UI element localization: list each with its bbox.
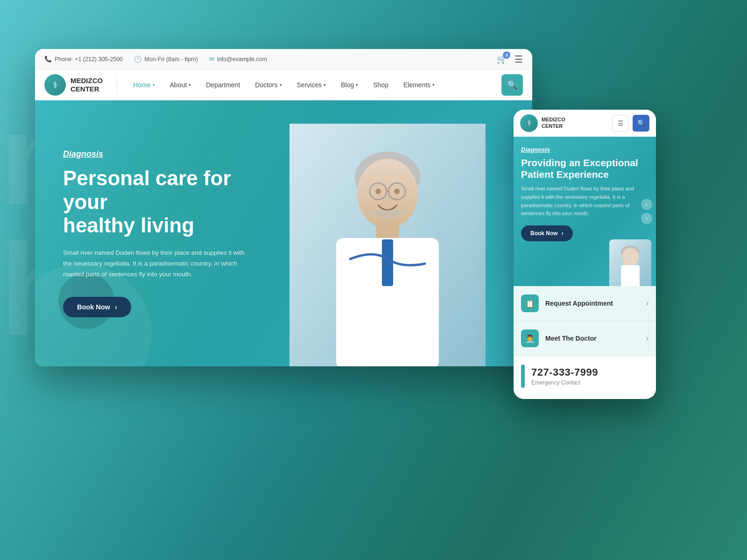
nav-blog-label: Blog bbox=[341, 81, 354, 89]
phone-label: Phone: +1 (212) 305-2500 bbox=[55, 56, 123, 63]
mobile-hero-tag: Diagnosis bbox=[521, 146, 648, 153]
nav-item-department[interactable]: Department bbox=[199, 77, 247, 92]
hero-tag: Diagnosis bbox=[63, 149, 278, 159]
meet-doctor-item[interactable]: 👨‍⚕️ Meet The Doctor › bbox=[514, 321, 656, 356]
mobile-carousel-arrows: ‹ › bbox=[641, 199, 652, 224]
mobile-search-button[interactable]: 🔍 bbox=[633, 115, 649, 132]
svg-point-7 bbox=[394, 189, 400, 194]
hero-doctor-image bbox=[289, 124, 486, 366]
doctor-svg bbox=[289, 124, 486, 366]
emergency-info: 727-333-7999 Emergency Contact bbox=[531, 366, 648, 386]
mobile-logo-line2: CENTER bbox=[542, 123, 565, 129]
logo-line1: MEDIZCO bbox=[70, 77, 103, 85]
meet-doctor-arrow: › bbox=[646, 334, 648, 343]
svg-point-6 bbox=[375, 189, 381, 194]
mobile-header: ⚕ MEDIZCO CENTER ☰ 🔍 bbox=[514, 110, 656, 137]
phone-info: 📞 Phone: +1 (212) 305-2500 bbox=[44, 56, 123, 63]
email-icon: ✉ bbox=[209, 56, 214, 63]
hero-title: Personal care for your healthy living bbox=[63, 167, 278, 238]
svg-rect-14 bbox=[621, 265, 640, 286]
mobile-actions: 📋 Request Appointment › 👨‍⚕️ Meet The Do… bbox=[514, 286, 656, 356]
search-button[interactable]: 🔍 bbox=[501, 74, 523, 96]
mobile-logo-line1: MEDIZCO bbox=[542, 117, 565, 123]
hero-section: Diagnosis Personal care for your healthy… bbox=[35, 100, 532, 366]
nav-elements-label: Elements bbox=[403, 81, 430, 89]
hero-content: Diagnosis Personal care for your healthy… bbox=[35, 149, 306, 317]
search-icon: 🔍 bbox=[507, 80, 517, 90]
mobile-book-btn-arrow: › bbox=[562, 230, 564, 237]
nav-item-home[interactable]: Home ▾ bbox=[127, 77, 161, 92]
top-bar-right: 🛒 3 ☰ bbox=[497, 54, 523, 65]
nav-home-label: Home bbox=[133, 81, 150, 89]
mobile-header-right: ☰ 🔍 bbox=[612, 115, 649, 132]
request-appointment-arrow: › bbox=[646, 299, 648, 308]
desktop-mockup: 📞 Phone: +1 (212) 305-2500 🕐 Mon-Fri (8a… bbox=[35, 49, 532, 366]
hours-info: 🕐 Mon-Fri (8am - 6pm) bbox=[134, 56, 198, 63]
mobile-logo-icon: ⚕ bbox=[520, 114, 538, 132]
mobile-caduceus-icon: ⚕ bbox=[527, 119, 531, 127]
meet-doctor-icon-box: 👨‍⚕️ bbox=[521, 329, 539, 347]
nav-item-shop[interactable]: Shop bbox=[366, 77, 395, 92]
mobile-menu-button[interactable]: ☰ bbox=[612, 115, 629, 132]
phone-icon: 📞 bbox=[44, 56, 52, 63]
hero-title-line1: Personal care for your bbox=[63, 167, 231, 213]
logo-divider bbox=[117, 73, 117, 97]
logo-area: ⚕ MEDIZCO CENTER bbox=[44, 74, 103, 96]
nav-about-arrow: ▾ bbox=[189, 83, 191, 87]
nav-item-services[interactable]: Services ▾ bbox=[290, 77, 333, 92]
book-btn-arrow-icon: › bbox=[115, 303, 117, 311]
nav-item-about[interactable]: About ▾ bbox=[163, 77, 198, 92]
mobile-mockup: ⚕ MEDIZCO CENTER ☰ 🔍 Diagnosis Providing… bbox=[514, 110, 656, 399]
book-btn-label: Book Now bbox=[77, 303, 110, 311]
mobile-logo-text: MEDIZCO CENTER bbox=[542, 117, 565, 129]
emergency-color-bar bbox=[521, 364, 525, 388]
logo-line2: CENTER bbox=[70, 85, 103, 93]
request-appointment-item[interactable]: 📋 Request Appointment › bbox=[514, 286, 656, 321]
hamburger-menu-icon[interactable]: ☰ bbox=[514, 54, 523, 65]
svg-point-13 bbox=[622, 248, 639, 266]
nav-doctors-arrow: ▾ bbox=[280, 83, 282, 87]
mobile-hero: Diagnosis Providing an Exceptional Patie… bbox=[514, 137, 656, 286]
nav-home-arrow: ▾ bbox=[153, 83, 155, 87]
email-label: info@example.com bbox=[217, 56, 267, 63]
nav-about-label: About bbox=[170, 81, 187, 89]
mobile-hamburger-icon: ☰ bbox=[618, 119, 624, 127]
logo-icon: ⚕ bbox=[44, 74, 66, 96]
mobile-search-icon: 🔍 bbox=[637, 119, 645, 127]
clipboard-icon: 📋 bbox=[525, 299, 535, 308]
doctor-icon: 👨‍⚕️ bbox=[525, 334, 535, 343]
mobile-hero-title: Providing an Exceptional Patient Experie… bbox=[521, 157, 648, 180]
hero-title-line2: healthy living bbox=[63, 214, 194, 237]
emergency-contact-section: 727-333-7999 Emergency Contact bbox=[514, 356, 656, 396]
mobile-doctor-thumbnail bbox=[609, 239, 651, 286]
nav-item-doctors[interactable]: Doctors ▾ bbox=[248, 77, 288, 92]
mobile-next-arrow[interactable]: › bbox=[641, 213, 652, 224]
nav-blog-arrow: ▾ bbox=[356, 83, 358, 87]
cart-button[interactable]: 🛒 3 bbox=[497, 54, 507, 64]
emergency-label: Emergency Contact bbox=[531, 379, 648, 386]
nav-services-label: Services bbox=[297, 81, 322, 89]
mobile-hero-description: Small river named Duden flows by their p… bbox=[521, 185, 648, 217]
nav-item-blog[interactable]: Blog ▾ bbox=[334, 77, 365, 92]
nav-elements-arrow: ▾ bbox=[432, 83, 435, 87]
hero-description: Small river named Duden flows by their p… bbox=[63, 248, 250, 280]
request-appointment-icon-box: 📋 bbox=[521, 294, 539, 312]
nav-item-elements[interactable]: Elements ▾ bbox=[397, 77, 441, 92]
svg-rect-5 bbox=[382, 239, 393, 286]
book-now-button[interactable]: Book Now › bbox=[63, 297, 131, 317]
caduceus-icon: ⚕ bbox=[53, 79, 58, 91]
mobile-prev-arrow[interactable]: ‹ bbox=[641, 199, 652, 210]
request-appointment-label: Request Appointment bbox=[545, 300, 646, 307]
meet-doctor-label: Meet The Doctor bbox=[545, 335, 646, 342]
logo-text-block: MEDIZCO CENTER bbox=[70, 77, 103, 93]
mobile-book-now-button[interactable]: Book Now › bbox=[521, 225, 573, 241]
emergency-phone-number: 727-333-7999 bbox=[531, 366, 648, 378]
cart-badge: 3 bbox=[503, 51, 510, 59]
nav-services-arrow: ▾ bbox=[324, 83, 326, 87]
nav-department-label: Department bbox=[206, 81, 240, 89]
mobile-doctor-svg bbox=[609, 239, 651, 286]
nav-shop-label: Shop bbox=[373, 81, 388, 89]
navbar: ⚕ MEDIZCO CENTER Home ▾ About ▾ Departme… bbox=[35, 70, 532, 100]
hours-label: Mon-Fri (8am - 6pm) bbox=[144, 56, 198, 63]
top-bar: 📞 Phone: +1 (212) 305-2500 🕐 Mon-Fri (8a… bbox=[35, 49, 532, 70]
